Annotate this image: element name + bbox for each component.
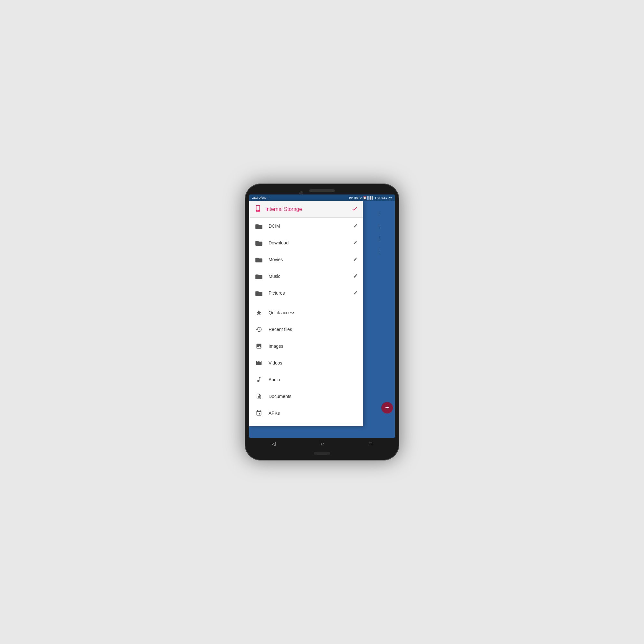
phone-speaker: [309, 189, 335, 192]
background-app: ⋮ ⋮ ⋮ ⋮ +: [363, 201, 395, 426]
folder-icon-download: [254, 238, 263, 247]
folder-item-dcim[interactable]: DCIM: [249, 218, 363, 234]
wifi-icon: ⊙: [359, 196, 362, 199]
apks-label: APKs: [269, 411, 358, 416]
folder-item-movies[interactable]: Movies: [249, 251, 363, 268]
folder-icon-pictures: [254, 289, 263, 298]
section-divider: [249, 303, 363, 303]
folder-label-movies: Movies: [269, 257, 353, 262]
bg-more-icon: ⋮: [376, 211, 381, 217]
documents-label: Documents: [269, 394, 358, 399]
menu-item-recent-files[interactable]: Recent files: [249, 321, 363, 338]
quick-access-label: Quick access: [269, 310, 358, 315]
phone-bottom-bar: [314, 452, 330, 455]
home-button[interactable]: ○: [321, 441, 324, 447]
menu-item-apks[interactable]: APKs: [249, 405, 363, 421]
images-icon: [254, 342, 263, 351]
folder-label-pictures: Pictures: [269, 290, 353, 296]
signal-bars-icon: ▌▌▌: [367, 196, 374, 199]
folder-icon-movies: [254, 255, 263, 264]
videos-label: Videos: [269, 360, 358, 365]
check-icon[interactable]: [351, 205, 358, 213]
star-icon: [254, 308, 263, 317]
menu-item-videos[interactable]: Videos: [249, 355, 363, 371]
edit-icon-pictures[interactable]: [353, 290, 358, 296]
edit-icon-music[interactable]: [353, 274, 358, 279]
battery-label: 37%: [374, 196, 380, 199]
status-left: Jazz Ufone ↑: [252, 196, 269, 199]
bg-more-icon-4: ⋮: [376, 248, 381, 254]
folder-item-download[interactable]: Download: [249, 234, 363, 251]
menu-item-images[interactable]: Images: [249, 338, 363, 355]
signal-icon: ↑: [267, 196, 269, 199]
navigation-bar: ◁ ○ □: [249, 438, 395, 450]
fab-add-button[interactable]: +: [381, 402, 393, 413]
images-label: Images: [269, 344, 358, 349]
drawer-title: Internal Storage: [265, 206, 302, 212]
folder-label-download: Download: [269, 240, 353, 245]
documents-icon: [254, 392, 263, 401]
drawer-items-list: DCIM Download: [249, 218, 363, 426]
folder-item-music[interactable]: Music: [249, 268, 363, 285]
folder-icon-dcim: [254, 222, 263, 231]
status-bar: Jazz Ufone ↑ 304 B/s ⊙ ⏰ ▌▌▌ 37% 9:51 PM: [249, 194, 395, 201]
audio-label: Audio: [269, 377, 358, 382]
drawer-header-left: Internal Storage: [254, 205, 302, 213]
folder-item-pictures[interactable]: Pictures: [249, 285, 363, 301]
edit-icon-movies[interactable]: [353, 257, 358, 262]
folder-icon-music: [254, 272, 263, 281]
phone-device: Jazz Ufone ↑ 304 B/s ⊙ ⏰ ▌▌▌ 37% 9:51 PM…: [245, 184, 399, 460]
apks-icon: [254, 409, 263, 418]
menu-item-audio[interactable]: Audio: [249, 371, 363, 388]
edit-icon-dcim[interactable]: [353, 223, 358, 229]
edit-icon-download[interactable]: [353, 240, 358, 246]
navigation-drawer: Internal Storage DCIM: [249, 201, 363, 426]
bg-more-icon-2: ⋮: [376, 223, 381, 229]
recent-files-label: Recent files: [269, 327, 358, 332]
audio-icon: [254, 375, 263, 384]
bg-more-icon-3: ⋮: [376, 236, 381, 242]
speed-label: 304 B/s: [349, 196, 359, 199]
time-label: 9:51 PM: [381, 196, 392, 199]
back-button[interactable]: ◁: [272, 441, 276, 447]
folder-label-music: Music: [269, 274, 353, 279]
recents-button[interactable]: □: [369, 441, 372, 447]
drawer-header: Internal Storage: [249, 201, 363, 218]
menu-item-quick-access[interactable]: Quick access: [249, 304, 363, 321]
phone-screen: Jazz Ufone ↑ 304 B/s ⊙ ⏰ ▌▌▌ 37% 9:51 PM…: [249, 194, 395, 438]
folder-label-dcim: DCIM: [269, 223, 353, 229]
internal-storage-icon: [254, 205, 261, 213]
carrier-label: Jazz Ufone: [252, 196, 266, 199]
status-right: 304 B/s ⊙ ⏰ ▌▌▌ 37% 9:51 PM: [349, 196, 392, 199]
clock-icon: [254, 325, 263, 334]
videos-icon: [254, 358, 263, 367]
menu-item-documents[interactable]: Documents: [249, 388, 363, 405]
alarm-icon: ⏰: [363, 196, 366, 199]
